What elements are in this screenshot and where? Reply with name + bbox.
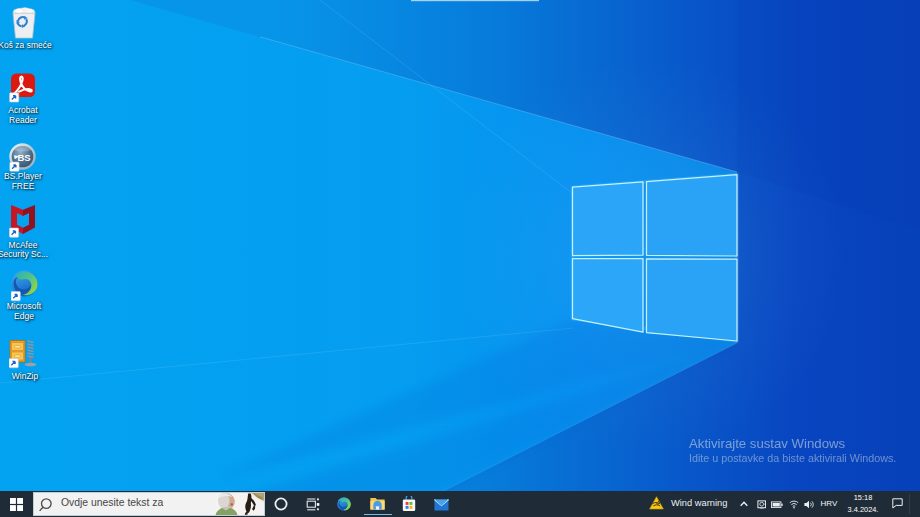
svg-text:BS: BS xyxy=(17,151,30,162)
